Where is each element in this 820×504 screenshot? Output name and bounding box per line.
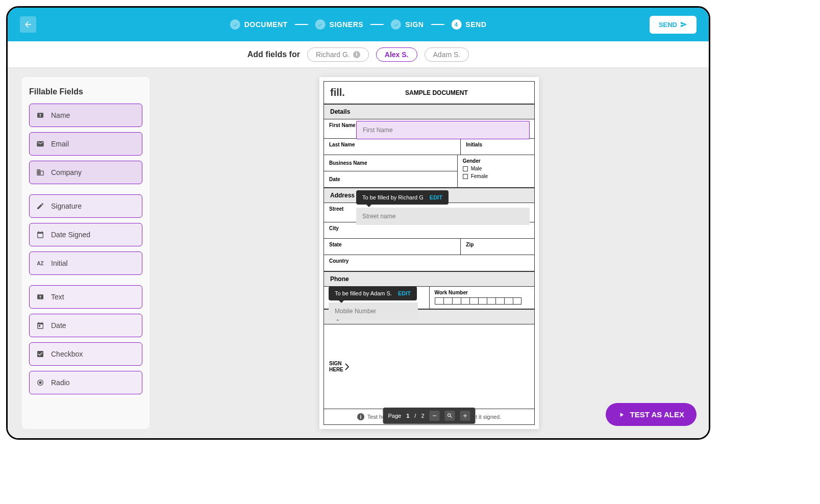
work-number-cells	[435, 297, 530, 305]
sign-area: SIGN HERE	[324, 324, 534, 409]
signer-selector-bar: Add fields for Richard G. i Alex S. Adam…	[8, 41, 709, 68]
step-sign[interactable]: SIGN	[391, 19, 424, 30]
calendar-icon	[36, 230, 45, 239]
svg-point-5	[39, 381, 41, 384]
placed-mobile[interactable]: Mobile Number	[329, 303, 418, 320]
label-date: Date	[324, 171, 457, 187]
back-button[interactable]	[20, 16, 36, 33]
work-number-group: Work Number	[430, 287, 535, 309]
section-details: Details	[324, 104, 534, 119]
test-as-button[interactable]: TEST AS ALEX	[606, 403, 697, 426]
company-icon	[36, 168, 45, 177]
arrow-left-icon	[23, 20, 33, 29]
gender-male[interactable]: Male	[463, 166, 529, 171]
label-country: Country	[324, 255, 534, 271]
field-radio[interactable]: Radio	[29, 371, 142, 394]
step-signers[interactable]: SIGNERS	[315, 19, 364, 30]
tooltip-edit-link[interactable]: EDIT	[430, 194, 442, 200]
field-signature[interactable]: Signature	[29, 194, 142, 218]
field-company[interactable]: Company	[29, 161, 142, 184]
label-last-name: Last Name	[324, 139, 461, 155]
send-button[interactable]: SEND	[650, 16, 697, 34]
step-separator	[431, 24, 444, 25]
check-icon	[315, 19, 326, 30]
field-initial[interactable]: AZ Initial	[29, 251, 142, 275]
sidebar-title: Fillable Fields	[29, 87, 142, 96]
info-icon: i	[357, 413, 364, 420]
tooltip-edit-link[interactable]: EDIT	[398, 290, 411, 296]
step-separator	[370, 24, 384, 25]
svg-text:T: T	[39, 295, 41, 299]
doc-header: fill. SAMPLE DOCUMENT	[324, 82, 534, 104]
page-controls: Page 1 / 2	[383, 408, 475, 424]
zoom-reset-button[interactable]	[445, 411, 455, 421]
field-email[interactable]: Email	[29, 132, 142, 156]
zoom-in-button[interactable]	[460, 411, 470, 421]
tooltip-richard: To be filled by Richard G EDIT	[356, 190, 449, 205]
check-icon	[391, 19, 401, 30]
text-icon: T	[36, 292, 45, 301]
gender-female[interactable]: Female	[463, 173, 529, 179]
fields-sidebar: Fillable Fields T Name Email Company Sig…	[22, 77, 150, 429]
zoom-out-button[interactable]	[430, 411, 440, 421]
step-number-badge: 4	[451, 19, 461, 30]
signer-chip-alex[interactable]: Alex S.	[376, 47, 417, 62]
section-phone: Phone	[324, 271, 534, 287]
top-bar: DOCUMENT SIGNERS SIGN 4 SEND SEND	[8, 8, 709, 41]
doc-title: SAMPLE DOCUMENT	[345, 89, 528, 96]
date-icon	[36, 321, 45, 330]
gender-group: Gender Male Female	[458, 155, 534, 187]
check-icon	[230, 19, 240, 30]
info-icon: i	[353, 51, 360, 58]
progress-steps: DOCUMENT SIGNERS SIGN 4 SEND	[230, 19, 487, 30]
main-area: Fillable Fields T Name Email Company Sig…	[8, 68, 709, 438]
field-text[interactable]: T Text	[29, 285, 142, 309]
label-initials: Initials	[461, 139, 534, 155]
sign-here-label: SIGN HERE	[329, 361, 343, 373]
document-canvas: fill. SAMPLE DOCUMENT Details First Name…	[150, 68, 709, 438]
app-frame: DOCUMENT SIGNERS SIGN 4 SEND SEND Add	[6, 6, 710, 440]
checkbox-icon	[36, 349, 45, 359]
signer-chip-richard[interactable]: Richard G. i	[307, 47, 369, 62]
step-separator	[295, 24, 308, 25]
step-send[interactable]: 4 SEND	[451, 19, 486, 30]
label-zip: Zip	[461, 239, 534, 255]
field-name[interactable]: T Name	[29, 104, 142, 127]
chevron-right-icon	[344, 363, 350, 370]
label-state: State	[324, 239, 461, 255]
tooltip-adam: To be filled by Adam S. EDIT	[329, 286, 417, 300]
radio-icon	[36, 378, 45, 387]
play-icon	[618, 411, 625, 418]
field-date-signed[interactable]: Date Signed	[29, 223, 142, 246]
field-date[interactable]: Date	[29, 314, 142, 337]
field-checkbox[interactable]: Checkbox	[29, 342, 142, 366]
subbar-label: Add fields for	[247, 50, 300, 59]
send-icon	[680, 21, 687, 28]
initial-icon: AZ	[36, 259, 45, 268]
label-business-name: Business Name	[324, 155, 457, 171]
document-page[interactable]: fill. SAMPLE DOCUMENT Details First Name…	[319, 77, 539, 429]
logo: fill.	[330, 87, 345, 98]
step-document[interactable]: DOCUMENT	[230, 19, 288, 30]
signer-chip-adam[interactable]: Adam S.	[425, 47, 469, 62]
placed-street[interactable]: Street name	[356, 208, 530, 225]
svg-text:T: T	[39, 114, 41, 117]
signature-icon	[36, 201, 45, 211]
text-icon: T	[36, 111, 45, 120]
email-icon	[36, 139, 45, 148]
placed-first-name[interactable]: First Name	[356, 121, 530, 139]
